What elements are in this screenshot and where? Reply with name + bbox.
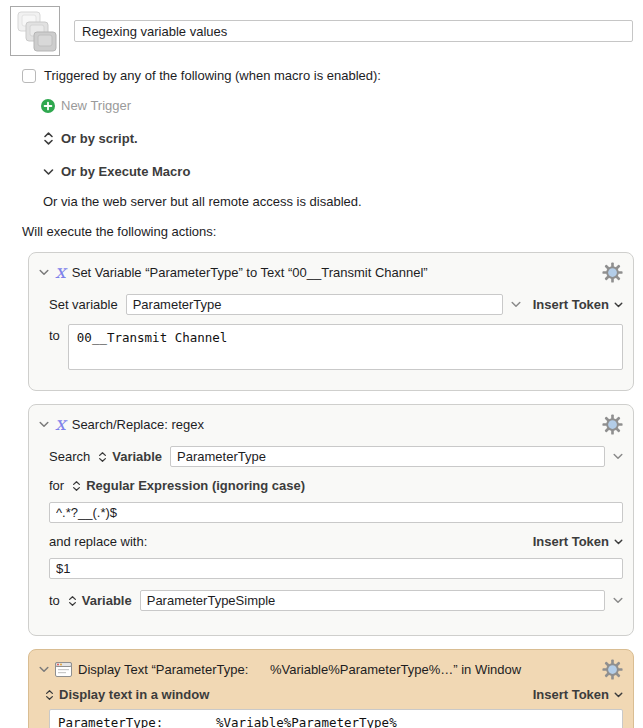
or-by-script-label: Or by script. — [61, 131, 138, 146]
insert-token-button[interactable]: Insert Token — [533, 534, 623, 549]
macro-header — [10, 6, 635, 56]
or-by-script-row[interactable]: Or by script. — [43, 131, 635, 146]
updown-chevron-icon — [98, 451, 107, 463]
action2-replace-field-row — [39, 558, 623, 579]
action2-title: Search/Replace: regex — [72, 417, 594, 432]
updown-chevron-icon — [72, 480, 81, 492]
field-dropdown-chevron-icon[interactable] — [613, 453, 623, 460]
action1-to-row: to 00__Transmit Channel — [39, 324, 623, 370]
to-label: to — [49, 328, 60, 343]
actions-header: Will execute the following actions: — [22, 224, 635, 239]
new-trigger-label: New Trigger — [61, 98, 131, 113]
field-dropdown-chevron-icon[interactable] — [613, 597, 623, 604]
gear-icon[interactable] — [602, 659, 623, 680]
collapse-chevron-icon[interactable] — [39, 666, 49, 673]
gear-icon[interactable] — [602, 262, 623, 283]
to-destination-popup[interactable]: Variable — [68, 593, 132, 608]
search-source-popup[interactable]: Variable — [98, 449, 162, 464]
action1-variable-row: Set variable Insert Token — [39, 294, 623, 315]
action2-header: x Search/Replace: regex — [39, 411, 623, 437]
action2-replace-label-row: and replace with: Insert Token — [39, 534, 623, 549]
chevron-down-icon — [43, 168, 54, 176]
for-label: for — [49, 478, 64, 493]
insert-token-button[interactable]: Insert Token — [533, 297, 623, 312]
variable-icon: x — [55, 414, 66, 433]
insert-token-button[interactable]: Insert Token — [533, 687, 623, 702]
or-by-execute-macro-label: Or by Execute Macro — [61, 164, 190, 179]
action1-title: Set Variable “ParameterType” to Text “00… — [72, 265, 594, 280]
action2-search-row: Search Variable — [39, 446, 623, 467]
or-by-execute-macro-row[interactable]: Or by Execute Macro — [43, 164, 635, 179]
to-variable-field[interactable] — [140, 590, 605, 611]
action-card-search-replace[interactable]: x Search/Replace: regex — [28, 404, 634, 636]
new-trigger-button[interactable]: New Trigger — [41, 98, 635, 113]
search-pattern-field[interactable] — [49, 502, 623, 523]
window-icon — [55, 662, 72, 677]
trigger-row: Triggered by any of the following (when … — [22, 68, 635, 83]
action3-mode-row: Display text in a window Insert Token — [39, 687, 623, 702]
action3-header: Display Text “ParameterType: %Variable%P… — [39, 656, 623, 682]
set-variable-text-field[interactable]: 00__Transmit Channel — [68, 324, 623, 370]
variable-icon: x — [55, 262, 66, 281]
chevron-down-icon — [614, 692, 623, 698]
to-label: to — [49, 593, 60, 608]
search-source-label: Variable — [112, 449, 162, 464]
macro-name-input[interactable] — [74, 20, 633, 42]
insert-token-label: Insert Token — [533, 534, 609, 549]
match-mode-popup[interactable]: Regular Expression (ignoring case) — [72, 478, 305, 493]
keycaps-glyph — [11, 7, 59, 55]
action-card-set-variable[interactable]: x Set Variable “ParameterType” to Text “… — [28, 252, 634, 391]
trigger-label: Triggered by any of the following (when … — [44, 68, 381, 83]
collapse-chevron-icon[interactable] — [39, 269, 49, 276]
search-label: Search — [49, 449, 90, 464]
display-mode-popup[interactable]: Display text in a window — [45, 687, 209, 702]
action2-pattern-row — [39, 502, 623, 523]
replace-with-label: and replace with: — [49, 534, 147, 549]
action2-to-row: to Variable — [39, 590, 623, 611]
variable-name-field[interactable] — [126, 294, 503, 315]
display-text-field[interactable]: ParameterType: %Variable%ParameterType% … — [49, 709, 623, 728]
action3-title: Display Text “ParameterType: %Variable%P… — [78, 662, 594, 677]
action-card-display-text[interactable]: Display Text “ParameterType: %Variable%P… — [28, 649, 634, 728]
plus-icon — [41, 99, 55, 113]
chevron-down-icon — [614, 539, 623, 545]
macro-editor-pane: Triggered by any of the following (when … — [0, 0, 643, 728]
chevron-down-icon — [614, 302, 623, 308]
replace-value-field[interactable] — [49, 558, 623, 579]
set-variable-label: Set variable — [49, 297, 118, 312]
action1-header: x Set Variable “ParameterType” to Text “… — [39, 259, 623, 285]
to-destination-label: Variable — [82, 593, 132, 608]
updown-chevron-icon — [43, 132, 54, 145]
macro-icon — [10, 6, 60, 56]
action3-text-row: ParameterType: %Variable%ParameterType% … — [39, 709, 623, 728]
insert-token-label: Insert Token — [533, 687, 609, 702]
trigger-checkbox[interactable] — [22, 69, 36, 83]
action2-for-row: for Regular Expression (ignoring case) — [39, 478, 623, 493]
insert-token-label: Insert Token — [533, 297, 609, 312]
search-variable-field[interactable] — [170, 446, 605, 467]
updown-chevron-icon — [45, 689, 54, 701]
field-dropdown-chevron-icon[interactable] — [511, 301, 521, 308]
display-mode-label: Display text in a window — [59, 687, 209, 702]
updown-chevron-icon — [68, 595, 77, 607]
collapse-chevron-icon[interactable] — [39, 421, 49, 428]
gear-icon[interactable] — [602, 414, 623, 435]
web-server-note: Or via the web server but all remote acc… — [43, 194, 635, 209]
match-mode-label: Regular Expression (ignoring case) — [86, 478, 305, 493]
